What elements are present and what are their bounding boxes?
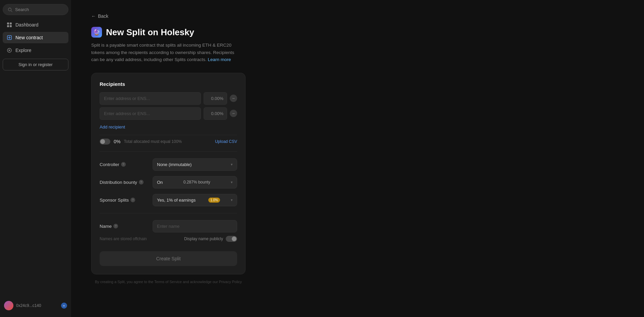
toggle-knob xyxy=(100,139,105,144)
back-arrow-icon: ← xyxy=(91,13,96,19)
sign-in-label: Sign in or register xyxy=(18,62,53,67)
sponsor-splits-info-icon[interactable]: ? xyxy=(130,198,135,202)
back-link[interactable]: ← Back xyxy=(91,13,624,19)
sponsor-splits-dropdown[interactable]: Yes, 1% of earnings 1.0% ▾ xyxy=(153,194,237,206)
controller-dropdown[interactable]: None (immutable) ▾ xyxy=(153,158,237,171)
controller-chevron-icon: ▾ xyxy=(231,162,233,167)
sidebar-item-explore[interactable]: Explore xyxy=(3,45,68,56)
allocation-text: Total allocated must equal 100% xyxy=(124,139,212,144)
sponsor-splits-row: Sponsor Splits ? Yes, 1% of earnings 1.0… xyxy=(100,194,237,206)
allocation-row: 0% Total allocated must equal 100% Uploa… xyxy=(100,135,237,145)
recipient-address-input-1[interactable] xyxy=(100,92,201,105)
display-public-toggle-knob xyxy=(232,236,236,241)
recipient-row-2: − xyxy=(100,107,237,120)
sponsor-badge: 1.0% xyxy=(208,198,220,203)
page-title: New Split on Holesky xyxy=(106,27,194,38)
distribution-bounty-info-icon[interactable]: ? xyxy=(139,180,144,184)
distribution-bounty-dropdown[interactable]: On 0.287% bounty ▾ xyxy=(153,176,237,189)
network-icon: H xyxy=(61,303,67,309)
sidebar-new-contract-label: New contract xyxy=(15,35,43,40)
recipient-address-input-2[interactable] xyxy=(100,107,201,120)
controller-info-icon[interactable]: ? xyxy=(121,162,126,167)
bounty-badge: 0.287% bounty xyxy=(183,180,210,184)
svg-rect-4 xyxy=(7,25,9,27)
svg-rect-5 xyxy=(10,25,12,27)
offchain-row: Names are stored offchain Display name p… xyxy=(100,236,237,242)
display-public-toggle[interactable] xyxy=(226,236,237,242)
sign-in-button[interactable]: Sign in or register xyxy=(3,59,68,70)
page-title-row: 🔮 New Split on Holesky xyxy=(91,27,624,38)
avatar xyxy=(4,301,13,310)
recipient-pct-input-2[interactable] xyxy=(204,107,227,120)
svg-text:H: H xyxy=(63,305,65,307)
sponsor-splits-label: Sponsor Splits ? xyxy=(100,198,150,203)
search-button[interactable]: Search xyxy=(3,4,68,15)
name-label: Name ? xyxy=(100,224,150,229)
sidebar-bottom: 0x24c9...c140 H xyxy=(3,298,68,313)
distribution-bounty-chevron-icon: ▾ xyxy=(231,180,233,184)
svg-marker-10 xyxy=(9,49,10,51)
sponsor-splits-value: Yes, 1% of earnings xyxy=(157,198,196,203)
allocated-pct: 0% xyxy=(114,139,120,144)
add-recipient-button[interactable]: Add recipient xyxy=(100,122,125,131)
controller-label: Controller ? xyxy=(100,162,150,167)
main-content: ← Back 🔮 New Split on Holesky Split is a… xyxy=(71,0,644,317)
remove-recipient-1-button[interactable]: − xyxy=(230,95,237,102)
search-icon xyxy=(8,7,12,12)
sidebar-dashboard-label: Dashboard xyxy=(15,22,39,28)
recipient-row-1: − xyxy=(100,92,237,105)
distribution-bounty-row: Distribution bounty ? On 0.287% bounty ▾ xyxy=(100,176,237,189)
dashboard-icon xyxy=(7,22,12,28)
learn-more-link[interactable]: Learn more xyxy=(208,57,231,62)
svg-line-1 xyxy=(11,10,12,12)
name-info-icon[interactable]: ? xyxy=(113,224,118,228)
recipients-section-title: Recipients xyxy=(100,81,237,87)
name-row: Name ? xyxy=(100,220,237,232)
distribution-bounty-value: On xyxy=(157,180,163,185)
controller-value: None (immutable) xyxy=(157,162,192,167)
search-label: Search xyxy=(15,7,29,12)
sidebar-item-new-contract[interactable]: New contract xyxy=(3,32,68,43)
back-label: Back xyxy=(98,13,108,19)
footer-text: By creating a Split, you agree to the Te… xyxy=(91,280,246,284)
divider-1 xyxy=(100,151,237,152)
sidebar-explore-label: Explore xyxy=(15,48,31,53)
wallet-address: 0x24c9...c140 xyxy=(16,303,58,308)
divider-2 xyxy=(100,213,237,213)
card: Recipients − − Add recipient 0% Total al… xyxy=(91,73,246,274)
svg-rect-3 xyxy=(10,22,12,24)
svg-rect-2 xyxy=(7,22,9,24)
upload-csv-button[interactable]: Upload CSV xyxy=(215,139,237,144)
page-icon: 🔮 xyxy=(91,27,102,38)
remove-recipient-2-button[interactable]: − xyxy=(230,110,237,117)
recipient-pct-input-1[interactable] xyxy=(204,92,227,105)
new-contract-icon xyxy=(7,35,12,40)
distribution-bounty-label: Distribution bounty ? xyxy=(100,180,150,185)
name-input[interactable] xyxy=(153,220,237,232)
controller-row: Controller ? None (immutable) ▾ xyxy=(100,158,237,171)
page-description: Split is a payable smart contract that s… xyxy=(91,42,239,63)
sidebar-item-dashboard[interactable]: Dashboard xyxy=(3,19,68,31)
sponsor-splits-chevron-icon: ▾ xyxy=(231,198,233,202)
sidebar: Search Dashboard New contract xyxy=(0,0,71,317)
explore-icon xyxy=(7,48,12,53)
offchain-text: Names are stored offchain xyxy=(100,236,147,241)
display-public-label: Display name publicly xyxy=(184,236,223,241)
display-public-row: Display name publicly xyxy=(184,236,237,242)
allocation-toggle[interactable] xyxy=(100,139,110,145)
create-split-button[interactable]: Create Split xyxy=(100,251,237,266)
